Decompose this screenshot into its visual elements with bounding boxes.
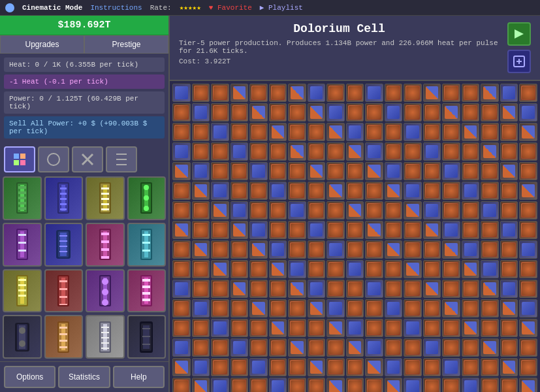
reactor-cell[interactable] [269,260,287,278]
reactor-cell[interactable] [211,201,229,220]
reactor-cell[interactable] [249,221,268,239]
reactor-cell[interactable] [288,103,306,122]
reactor-cell[interactable] [269,221,287,239]
reactor-cell[interactable] [365,162,383,180]
list-item[interactable] [86,269,125,313]
reactor-cell[interactable] [326,299,345,318]
reactor-cell[interactable] [519,280,537,298]
filter-all[interactable] [4,146,35,172]
buy-button[interactable] [507,22,531,46]
list-item[interactable] [44,315,84,359]
reactor-cell[interactable] [346,142,364,161]
reactor-cell[interactable] [211,299,229,318]
reactor-cell[interactable] [423,142,441,161]
reactor-cell[interactable] [481,280,499,298]
reactor-cell[interactable] [423,221,441,239]
reactor-cell[interactable] [365,201,383,220]
reactor-cell[interactable] [230,260,249,278]
reactor-cell[interactable] [404,358,422,376]
reactor-cell[interactable] [249,103,268,122]
reactor-cell[interactable] [192,299,210,318]
list-item[interactable] [86,223,125,267]
instructions-link[interactable]: Instructions [90,4,142,12]
reactor-cell[interactable] [249,280,268,298]
reactor-cell[interactable] [308,221,326,239]
reactor-cell[interactable] [462,299,480,318]
reactor-cell[interactable] [308,84,326,102]
reactor-cell[interactable] [385,123,403,141]
reactor-cell[interactable] [346,338,364,357]
prestige-tab[interactable]: Prestige [84,35,168,54]
reactor-cell[interactable] [462,280,480,298]
reactor-cell[interactable] [500,162,518,180]
reactor-cell[interactable] [462,182,480,200]
reactor-cell[interactable] [423,182,441,200]
reactor-cell[interactable] [404,319,422,337]
reactor-cell[interactable] [172,123,191,141]
filter-circle[interactable] [38,146,69,172]
reactor-cell[interactable] [230,162,249,180]
reactor-cell[interactable] [326,319,345,337]
reactor-cell[interactable] [346,358,364,376]
list-item[interactable] [3,223,42,267]
reactor-cell[interactable] [269,103,287,122]
reactor-cell[interactable] [500,103,518,122]
reactor-cell[interactable] [172,299,191,318]
reactor-cell[interactable] [230,240,249,259]
reactor-cell[interactable] [365,123,383,141]
reactor-cell[interactable] [308,358,326,376]
reactor-cell[interactable] [249,142,268,161]
reactor-cell[interactable] [346,201,364,220]
reactor-cell[interactable] [269,319,287,337]
reactor-cell[interactable] [288,280,306,298]
reactor-cell[interactable] [365,260,383,278]
reactor-cell[interactable] [269,240,287,259]
reactor-cell[interactable] [346,299,364,318]
reactor-cell[interactable] [211,378,229,392]
reactor-cell[interactable] [442,103,460,122]
info-extra-button[interactable] [507,50,531,73]
reactor-cell[interactable] [192,260,210,278]
reactor-cell[interactable] [365,142,383,161]
reactor-cell[interactable] [211,103,229,122]
reactor-cell[interactable] [423,240,441,259]
reactor-cell[interactable] [249,260,268,278]
reactor-cell[interactable] [404,162,422,180]
reactor-cell[interactable] [192,221,210,239]
reactor-cell[interactable] [172,103,191,122]
reactor-cell[interactable] [385,221,403,239]
reactor-cell[interactable] [230,221,249,239]
reactor-cell[interactable] [288,142,306,161]
reactor-cell[interactable] [192,280,210,298]
reactor-cell[interactable] [519,378,537,392]
reactor-cell[interactable] [385,338,403,357]
reactor-cell[interactable] [385,280,403,298]
reactor-cell[interactable] [462,378,480,392]
reactor-cell[interactable] [404,280,422,298]
reactor-cell[interactable] [288,378,306,392]
reactor-cell[interactable] [288,240,306,259]
reactor-cell[interactable] [519,123,537,141]
reactor-cell[interactable] [365,182,383,200]
reactor-cell[interactable] [326,162,345,180]
reactor-cell[interactable] [211,319,229,337]
list-item[interactable] [44,269,84,313]
list-item[interactable] [127,269,167,313]
reactor-cell[interactable] [308,240,326,259]
reactor-cell[interactable] [442,142,460,161]
reactor-cell[interactable] [500,123,518,141]
reactor-cell[interactable] [172,84,191,102]
reactor-cell[interactable] [288,162,306,180]
reactor-cell[interactable] [481,103,499,122]
reactor-cell[interactable] [442,378,460,392]
reactor-cell[interactable] [211,260,229,278]
reactor-cell[interactable] [442,123,460,141]
reactor-cell[interactable] [423,280,441,298]
reactor-cell[interactable] [230,201,249,220]
reactor-cell[interactable] [230,182,249,200]
reactor-cell[interactable] [500,358,518,376]
reactor-cell[interactable] [365,84,383,102]
list-item[interactable] [44,176,84,220]
reactor-cell[interactable] [462,358,480,376]
reactor-cell[interactable] [308,338,326,357]
